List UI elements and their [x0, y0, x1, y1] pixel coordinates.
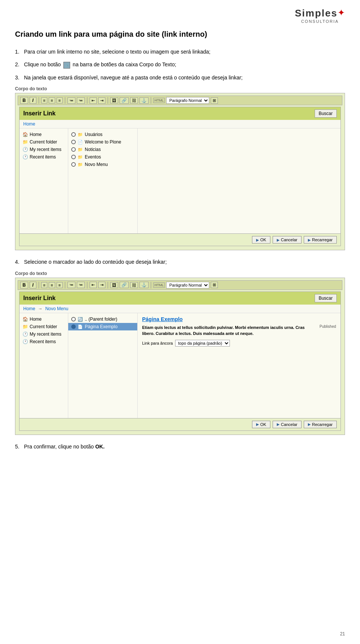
link-btn-2[interactable]: 🔗	[120, 282, 129, 288]
step-5-text: Pra confirmar, clique no botão OK.	[24, 442, 345, 451]
align-4[interactable]: ≡	[41, 282, 47, 288]
list-2[interactable]: ≔	[77, 97, 85, 104]
cancelar-icon-2: ▶	[277, 422, 280, 426]
mid-pagina-2[interactable]: 📄 Página Exemplo	[68, 323, 137, 330]
indent-3[interactable]: ⇤	[90, 282, 97, 288]
step-1-num: 1.	[15, 48, 22, 56]
align-1[interactable]: ≡	[41, 97, 47, 103]
recarregar-btn-2[interactable]: ▶ Recarregar	[304, 421, 337, 428]
ok-btn-2[interactable]: ▶ OK	[252, 421, 270, 428]
buscar-btn-1[interactable]: Buscar	[315, 109, 337, 118]
preview-text-2: Etiam quis lectus at tellus sollicitudin…	[142, 324, 316, 337]
italic-btn-2[interactable]: I	[30, 282, 36, 288]
nav-current-2[interactable]: 📁 Current folder	[20, 323, 68, 330]
toolbar-2: B I ≡ ≡ ≡ ≔ ≔ ⇤ ⇥ 🖼 🔗 ⛓ ⚓ HTML Parágrafo…	[18, 280, 342, 290]
home-icon-2: 🏠	[22, 317, 28, 322]
mid-noticias-label-1: Noticias	[85, 147, 101, 152]
insert-link-panel-1: Inserir Link Buscar Home 🏠 Home 📁 Curren…	[19, 107, 341, 246]
nav-home-1[interactable]: 🏠 Home	[20, 131, 68, 138]
nav-recent-items-label-2: Recent items	[30, 339, 56, 344]
bold-btn-1[interactable]: B	[20, 97, 28, 104]
page-number: 21	[340, 631, 345, 637]
step-5: 5. Pra confirmar, clique no botão OK.	[15, 442, 345, 451]
nav-recent-2[interactable]: 🕐 My recent items	[20, 330, 68, 338]
expand-btn-2[interactable]: ⊞	[211, 282, 218, 288]
logo-star: ✦	[338, 7, 345, 18]
sep-3	[87, 97, 87, 104]
anchor-btn-2[interactable]: ⚓	[140, 282, 148, 288]
step-1: 1. Para criar um link interno no site, s…	[15, 48, 345, 56]
mid-parent-2[interactable]: 🔄 .. (Parent folder)	[68, 315, 137, 323]
recarregar-icon-2: ▶	[308, 422, 311, 426]
indent-2[interactable]: ⇥	[98, 97, 105, 104]
link-icon-inline: 🔗	[63, 62, 70, 69]
bold-btn-2[interactable]: B	[20, 282, 28, 288]
link-nav-col-2: 🏠 Home 📁 Current folder 🕐 My recent item…	[20, 313, 68, 418]
link-btn-1[interactable]: 🔗	[120, 97, 129, 104]
breadcrumb-2: Home → Novo Menu	[20, 305, 340, 313]
indent-1[interactable]: ⇤	[90, 97, 97, 104]
screenshot2-label: Corpo do texto	[15, 271, 345, 276]
unlink-btn-2[interactable]: ⛓	[130, 282, 138, 288]
screenshot1-frame: B I ≡ ≡ ≡ ≔ ≔ ⇤ ⇥ 🖼 🔗 ⛓ ⚓ HTML Parágrafo…	[15, 93, 345, 250]
parent-icon-2: 🔄	[78, 317, 83, 322]
logo: Simples✦ Consultoria	[295, 7, 345, 24]
recent-icon-2: 🕐	[22, 332, 28, 337]
indent-4[interactable]: ⇥	[98, 282, 105, 288]
breadcrumb-home-1[interactable]: Home	[23, 121, 35, 127]
step-5-num: 5.	[15, 442, 22, 451]
link-panel-body-2: 🏠 Home 📁 Current folder 🕐 My recent item…	[20, 313, 340, 418]
list-3[interactable]: ≔	[68, 282, 75, 288]
format-select-1[interactable]: Parágrafo Normal	[166, 97, 209, 104]
list-4[interactable]: ≔	[77, 282, 85, 288]
link-right-col-1	[138, 129, 340, 233]
mid-eventos-1[interactable]: 📁 Eventos	[68, 153, 137, 161]
img-btn-1[interactable]: 🖼	[110, 97, 118, 103]
anchor-btn-1[interactable]: ⚓	[140, 97, 148, 104]
nav-current-1[interactable]: 📁 Current folder	[20, 138, 68, 146]
expand-btn-1[interactable]: ⊞	[211, 97, 218, 104]
align-3[interactable]: ≡	[57, 97, 63, 103]
list-1[interactable]: ≔	[68, 97, 75, 104]
ok-btn-1[interactable]: ▶ OK	[252, 236, 270, 244]
radio-novomenu-1	[71, 162, 76, 167]
anchor-label-2: Link para âncora	[142, 341, 173, 345]
unlink-btn-1[interactable]: ⛓	[130, 97, 138, 103]
nav-recent-items-1[interactable]: 🕐 Recent items	[20, 153, 68, 161]
step-3-num: 3.	[15, 73, 22, 82]
mid-parent-label-2: .. (Parent folder)	[85, 317, 117, 322]
doc-icon-pagina-2: 📄	[78, 324, 83, 329]
nav-recent-1[interactable]: 🕐 My recent items	[20, 146, 68, 153]
nav-recent-items-label-1: Recent items	[30, 154, 56, 160]
align-6[interactable]: ≡	[57, 282, 63, 288]
img-btn-2[interactable]: 🖼	[110, 282, 118, 288]
recarregar-btn-1[interactable]: ▶ Recarregar	[304, 236, 337, 244]
recent-items-icon-1: 🕐	[22, 154, 28, 160]
step-4-num: 4.	[15, 258, 22, 266]
cancelar-btn-1[interactable]: ▶ Cancelar	[273, 236, 302, 244]
nav-home-2[interactable]: 🏠 Home	[20, 315, 68, 323]
step-2-text: Clique no botão 🔗 na barra de botões da …	[24, 60, 345, 69]
breadcrumb-novomenu-2[interactable]: Novo Menu	[45, 306, 68, 311]
mid-usuarios-1[interactable]: 📁 Usuários	[68, 131, 137, 138]
format-select-2[interactable]: Parágrafo Normal	[166, 282, 209, 288]
recent-items-icon-2: 🕐	[22, 339, 28, 344]
align-2[interactable]: ≡	[49, 97, 55, 103]
anchor-select-2[interactable]: topo da página (padrão)	[175, 340, 230, 347]
nav-current-label-1: Current folder	[30, 139, 57, 145]
insert-link-panel-2: Inserir Link Buscar Home → Novo Menu 🏠 H…	[19, 291, 341, 431]
step-5-before: Pra confirmar, clique no botão	[24, 444, 94, 450]
buscar-btn-2[interactable]: Buscar	[315, 294, 337, 302]
screenshot2-frame: B I ≡ ≡ ≡ ≔ ≔ ⇤ ⇥ 🖼 🔗 ⛓ ⚓ HTML Parágrafo…	[15, 278, 345, 435]
radio-eventos-1	[71, 155, 76, 159]
sep-7	[65, 282, 65, 288]
mid-noticias-1[interactable]: 📁 Noticias	[68, 146, 137, 153]
mid-welcome-1[interactable]: 📄 Welcome to Plone	[68, 138, 137, 146]
breadcrumb-home-2[interactable]: Home	[23, 306, 35, 311]
cancelar-btn-2[interactable]: ▶ Cancelar	[273, 421, 302, 428]
link-mid-col-2: 🔄 .. (Parent folder) 📄 Página Exemplo	[68, 313, 138, 418]
nav-recent-items-2[interactable]: 🕐 Recent items	[20, 338, 68, 345]
align-5[interactable]: ≡	[49, 282, 55, 288]
mid-novomenu-1[interactable]: 📁 Novo Menu	[68, 161, 137, 168]
italic-btn-1[interactable]: I	[30, 97, 36, 104]
